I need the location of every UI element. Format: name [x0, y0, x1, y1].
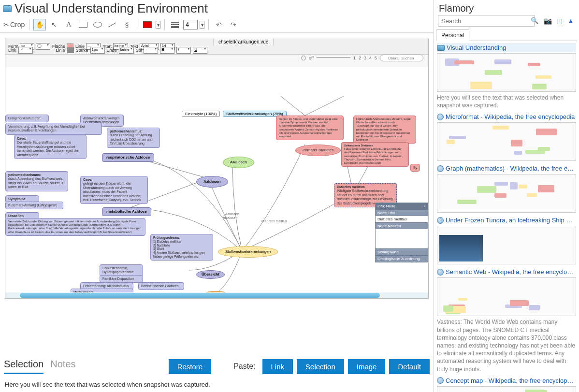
tab-personal[interactable]: Personal	[436, 29, 469, 41]
vue-zoom-slider[interactable]: off 1 2 3 4 5	[301, 55, 423, 61]
concept-map[interactable]: Elektrolyte (100%) Stoffwechselerkrankun…	[5, 67, 428, 292]
snapshot-item[interactable]: Under Frozen Tundra, an Icebreaking Ship…	[437, 216, 576, 264]
tag-elektrolyte[interactable]: Elektrolyte (100%)	[182, 111, 220, 117]
snapshot-title[interactable]: Under Frozen Tundra, an Icebreaking Ship…	[446, 217, 576, 224]
redo-button[interactable]: ↷	[227, 19, 240, 30]
paste-image-button[interactable]: Image	[348, 359, 386, 374]
horizontal-scrollbar[interactable]	[5, 292, 428, 298]
restore-button[interactable]: Restore	[169, 359, 212, 374]
paste-selection-button[interactable]: Selection	[297, 359, 344, 374]
node-sy[interactable]: Sy	[410, 164, 420, 172]
flamory-tabs: Personal	[436, 29, 577, 41]
snapshot-title[interactable]: Graph (mathematics) - Wikipedia, the fre…	[446, 165, 576, 172]
vue-width-select[interactable]: 1px	[90, 47, 105, 54]
vue-underline[interactable]: U	[193, 47, 207, 54]
globe-icon	[437, 165, 444, 172]
separator	[137, 19, 137, 30]
snapshot-thumbnail[interactable]	[437, 226, 576, 264]
search-input[interactable]	[438, 15, 535, 27]
node-kussmaul[interactable]: Kussmaul-Atmung (Luftgespinst)	[5, 202, 63, 209]
node-beeinfl[interactable]: Beeinflussende Faktoren	[138, 282, 184, 290]
freehand-tool[interactable]: §	[120, 19, 133, 30]
vue-filename-tab[interactable]: chselerkrankungen.vue	[213, 38, 274, 45]
snapshot-item[interactable]: Visual UnderstandingHere you will see th…	[437, 43, 576, 109]
lineweight-value[interactable]	[183, 20, 198, 29]
snapshot-title[interactable]: Semantic Web - Wikipedia, the free encyc…	[446, 268, 576, 276]
lineweight-tool[interactable]	[169, 19, 181, 30]
info-sec[interactable]: Node Titel	[376, 209, 428, 216]
paste-link-button[interactable]: Link	[262, 359, 293, 374]
node-sek-diab[interactable]: Sekundärer DiabetesFolge einer anderen E…	[341, 142, 409, 167]
snapshot-item[interactable]: Graph (mathematics) - Wikipedia, the fre…	[437, 164, 576, 213]
snapshot-list[interactable]: Visual UnderstandingHere you will see th…	[434, 41, 579, 392]
node-center[interactable]: Stoffwechselerkrankungen	[218, 246, 278, 258]
snapshot-item[interactable]: Semantic Web - Wikipedia, the free encyc…	[437, 267, 576, 373]
snapshot-thumbnail[interactable]	[437, 174, 576, 213]
camera-icon[interactable]: 📷	[543, 16, 552, 25]
snapshot-thumbnail[interactable]	[437, 277, 576, 316]
ellipse-tool[interactable]	[91, 19, 104, 30]
info-sec[interactable]: Ontologische Zuordnung	[376, 255, 428, 262]
close-icon[interactable]: ×	[423, 204, 426, 208]
document-icon[interactable]: ▤	[555, 16, 564, 25]
snapshot-thumbnail[interactable]	[437, 386, 576, 392]
node-alkalosen[interactable]: Alkalosen	[223, 157, 254, 168]
paste-default-button[interactable]: Default	[389, 359, 430, 374]
text-tool[interactable]: A	[62, 19, 75, 30]
globe-icon	[437, 377, 444, 384]
info-sec[interactable]: Schlagworte	[376, 248, 428, 255]
text-icon: A	[66, 21, 71, 29]
info-sec[interactable]: Node Notizen	[376, 222, 428, 229]
rect-tool[interactable]	[77, 19, 89, 30]
line-tool[interactable]	[106, 19, 118, 30]
node-familie[interactable]: Familiäre Disposition	[100, 275, 143, 283]
pointer-tool[interactable]: ↖	[48, 19, 60, 30]
crop-tool[interactable]: ✂ Crop	[3, 19, 25, 30]
tick: 5	[375, 56, 377, 60]
screenshot-canvas[interactable]: Form▭◯ Fläche Linie— Startkeine TextAria…	[5, 38, 429, 299]
vue-bold[interactable]: B	[160, 47, 174, 54]
node-head: pathomechanismus:	[8, 173, 41, 176]
tab-selection[interactable]: Selection	[4, 359, 43, 374]
snapshot-title[interactable]: Concept map - Wikipedia, the free encycl…	[446, 377, 576, 384]
search-icon[interactable]: 🔍	[531, 17, 538, 24]
node-uebersicht[interactable]: Übersicht	[196, 270, 225, 279]
node-pink2[interactable]: Früher auch Altersdiabetes Meinem, sogar…	[353, 116, 416, 144]
snapshot-item[interactable]: Concept map - Wikipedia, the free encycl…	[437, 376, 576, 392]
scrollbar-thumb[interactable]	[20, 293, 380, 298]
vue-line-label2: Linie	[56, 48, 65, 53]
node-cave1[interactable]: Cave:Der akute Sauerstoffmangel und die …	[14, 135, 87, 159]
collapse-icon[interactable]: ▲	[566, 16, 575, 25]
node-pink1[interactable]: Region im Kindes- und Jugendalter Zeigt …	[276, 116, 344, 140]
vue-line-swatch[interactable]	[67, 47, 74, 53]
info-panel[interactable]: Info: Node× Node Titel Diabetes mellitus…	[375, 203, 428, 262]
vue-link-select[interactable]: ⟋	[18, 47, 33, 54]
vue-style-select[interactable]: —	[144, 47, 158, 54]
node-cave2[interactable]: Cave:gelingt es dem Körper nicht, die Üb…	[80, 176, 148, 204]
color-picker[interactable]	[141, 19, 154, 30]
vue-end-select[interactable]: keine	[119, 47, 134, 54]
snapshot-thumbnail[interactable]	[437, 122, 576, 161]
lineweight-dropdown[interactable]: ▼	[200, 21, 204, 29]
snapshot-title[interactable]: Microformat - Wikipedia, the free encycl…	[446, 113, 575, 120]
snapshot-title[interactable]: Visual Understanding	[447, 44, 506, 51]
node-patho[interactable]: pathomechanismus:durch Erhöhung der Atmu…	[107, 128, 160, 148]
color-dropdown[interactable]: ▼	[156, 21, 160, 29]
node-body: gelingt es dem Körper nicht, die Übersäu…	[83, 182, 141, 202]
vue-search-input[interactable]	[380, 55, 423, 61]
node-ursachen-body[interactable]: Vermehrte Zufuhr oder Bildung von Säuren…	[5, 218, 145, 236]
snapshot-thumbnail[interactable]	[437, 53, 576, 92]
node-lungen[interactable]: Lungenerkrankungen	[5, 115, 49, 122]
node-resp-azidose[interactable]: respiratorische Azidose	[102, 153, 154, 162]
tab-notes[interactable]: Notes	[50, 359, 75, 374]
vue-italic[interactable]: I	[176, 47, 191, 54]
node-pruefung[interactable]: Prüfungsrelevanz1) Diabetes mellitus 2) …	[150, 234, 213, 261]
node-meta-azidose[interactable]: metabolische Azidose	[102, 207, 151, 216]
hand-tool[interactable]: ✋	[33, 19, 46, 30]
snapshot-item[interactable]: Microformat - Wikipedia, the free encycl…	[437, 112, 576, 161]
undo-button[interactable]: ↶	[213, 19, 225, 30]
node-patho2[interactable]: pathomechanismus:durch Absenkung des Sto…	[5, 171, 68, 191]
node-vermin[interactable]: Verminderung, z.B. Vergiftung der Atemtä…	[5, 123, 102, 135]
node-prim-diab[interactable]: Primärer Diabetes	[295, 145, 341, 156]
node-azidosen[interactable]: Azidosen	[196, 176, 228, 188]
